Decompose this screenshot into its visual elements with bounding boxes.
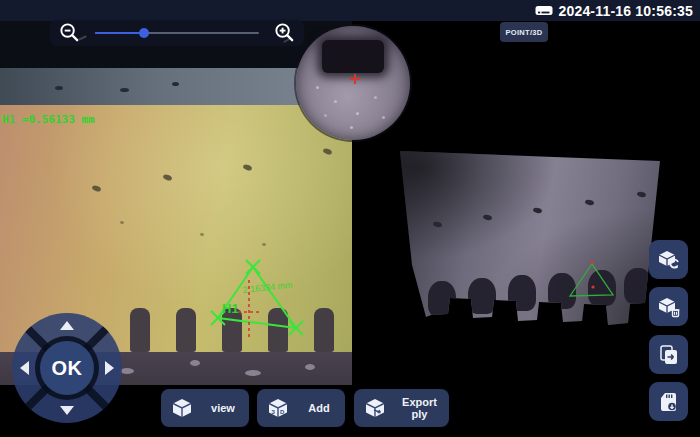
svg-text:D: D <box>280 409 285 415</box>
magnifier-inset <box>296 26 410 140</box>
file-export-icon <box>657 343 681 367</box>
export-file-button[interactable] <box>649 335 688 374</box>
dpad-right-arrow[interactable] <box>105 361 114 375</box>
cloud-notch <box>468 278 496 314</box>
cloud-measurement-triangle <box>560 255 622 307</box>
export-ply-button[interactable]: Export ply <box>354 389 449 427</box>
cloud-notch <box>508 275 536 311</box>
zoom-slider-fill <box>95 32 144 34</box>
h1-label: H1 <box>222 301 239 316</box>
cube-add-3d-icon: 3 D <box>267 397 289 419</box>
point-3d-mode-button[interactable]: POINT/3D <box>500 22 548 42</box>
ok-button[interactable]: OK <box>40 341 94 395</box>
add-button[interactable]: 3 D Add <box>257 389 345 427</box>
inset-notch <box>322 40 384 73</box>
cube-view-icon <box>171 397 193 419</box>
inset-texture <box>316 86 319 89</box>
timestamp: 2024-11-16 10:56:35 <box>558 3 693 19</box>
cloud-hole <box>637 191 647 198</box>
zoom-control <box>50 19 304 46</box>
zoom-slider[interactable] <box>95 32 259 34</box>
cloud-hole <box>533 207 543 214</box>
cube-delete-icon <box>657 295 681 319</box>
cloud-hole <box>585 199 595 206</box>
save-to-sd-button[interactable] <box>649 382 688 421</box>
delete-3d-button[interactable] <box>649 287 688 326</box>
ok-dpad: OK <box>12 313 122 423</box>
inset-crosshair-icon <box>350 74 360 84</box>
zoom-in-icon[interactable] <box>273 21 296 44</box>
view-button-label: view <box>207 402 239 414</box>
measurement-readout: H1 =0.56133 mm <box>2 113 95 126</box>
cloud-notch <box>624 268 652 304</box>
add-button-label: Add <box>303 402 335 414</box>
dpad-left-arrow[interactable] <box>20 361 29 375</box>
measurement-app: 2024-11-16 10:56:35 H1 =0.56133 mm <box>0 0 700 437</box>
dpad-down-arrow[interactable] <box>60 406 74 415</box>
zoom-out-icon[interactable] <box>58 21 81 44</box>
zoom-slider-thumb[interactable] <box>139 28 149 38</box>
cube-export-icon <box>364 397 386 419</box>
reset-3d-view-button[interactable] <box>649 240 688 279</box>
cloud-hole <box>433 221 443 228</box>
dpad-up-arrow[interactable] <box>60 321 74 330</box>
cloud-notch <box>428 281 456 317</box>
cube-rotate-reset-icon <box>657 248 681 272</box>
view-button[interactable]: view <box>161 389 249 427</box>
storage-drive-icon <box>535 4 553 17</box>
top-status-bar: 2024-11-16 10:56:35 <box>0 0 700 21</box>
sd-card-save-icon <box>657 390 681 414</box>
export-ply-button-label: Export ply <box>400 396 439 420</box>
cloud-hole <box>483 214 493 221</box>
